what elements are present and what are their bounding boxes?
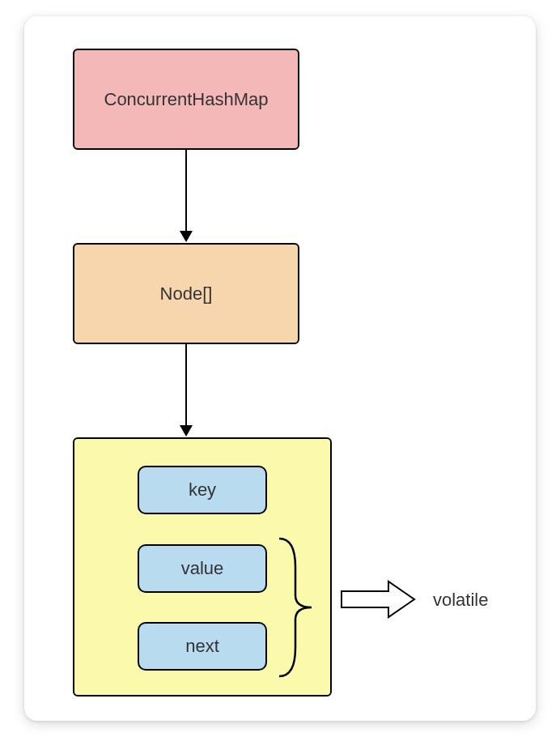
concurrent-hashmap-box: ConcurrentHashMap xyxy=(73,49,299,150)
value-field-label: value xyxy=(181,558,224,579)
volatile-annotation: volatile xyxy=(433,590,488,611)
key-field-label: key xyxy=(189,479,216,501)
arrow-top-to-middle-line xyxy=(185,150,187,231)
node-array-box: Node[] xyxy=(73,243,299,344)
arrow-middle-to-bottom-line xyxy=(185,344,187,425)
curly-brace-icon xyxy=(275,535,324,680)
concurrent-hashmap-label: ConcurrentHashMap xyxy=(104,89,269,110)
next-field-label: next xyxy=(185,636,219,657)
next-field-box: next xyxy=(138,622,267,671)
arrow-top-to-middle-head xyxy=(180,231,193,242)
diagram-container: ConcurrentHashMap Node[] key value next … xyxy=(24,16,536,721)
arrow-middle-to-bottom-head xyxy=(180,425,193,437)
value-field-box: value xyxy=(138,544,267,593)
volatile-arrow-icon xyxy=(340,578,417,620)
key-field-box: key xyxy=(138,466,267,514)
node-array-label: Node[] xyxy=(160,283,213,305)
